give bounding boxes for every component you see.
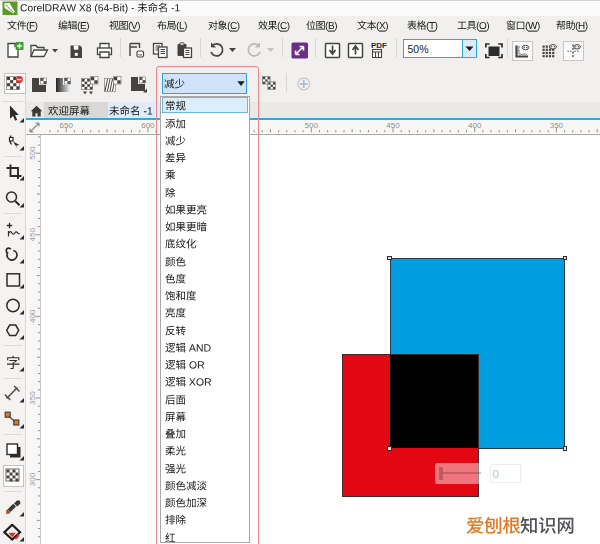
svg-text:400: 400 (28, 309, 37, 323)
svg-text:500: 500 (305, 121, 319, 130)
svg-text:500: 500 (28, 146, 37, 160)
svg-text:350: 350 (28, 391, 37, 405)
svg-text:400: 400 (468, 121, 482, 130)
svg-text:350: 350 (550, 121, 564, 130)
svg-text:450: 450 (28, 227, 37, 241)
svg-text:300: 300 (28, 472, 37, 486)
svg-text:450: 450 (386, 121, 400, 130)
svg-text:650: 650 (60, 121, 74, 130)
svg-text:600: 600 (141, 121, 155, 130)
